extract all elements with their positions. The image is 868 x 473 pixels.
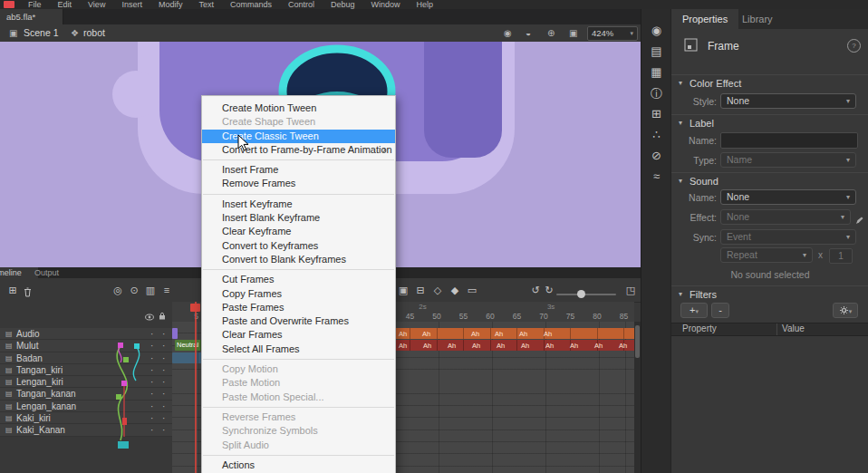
menu-item-clear-keyframe[interactable]: Clear Keyframe — [202, 225, 395, 238]
frame-anchor-label: Ah — [422, 329, 430, 339]
timeline-zoom-thumb[interactable] — [577, 290, 585, 298]
section-filters[interactable]: ▾ Filters — [671, 285, 868, 303]
menu-item-insert-frame[interactable]: Insert Frame — [202, 163, 395, 177]
swatches-icon[interactable]: ▦ — [641, 65, 671, 79]
eye-icon[interactable] — [145, 308, 154, 324]
fill-color-icon[interactable]: ◒ — [526, 24, 531, 42]
tab-properties[interactable]: Properties — [671, 9, 738, 29]
menu-window[interactable]: Window — [363, 0, 409, 9]
menu-item-select-all-frames[interactable]: Select All Frames — [202, 343, 395, 356]
menu-item-copy-frames[interactable]: Copy Frames — [202, 287, 395, 301]
help-icon[interactable]: ? — [847, 39, 861, 53]
loop-back-icon[interactable]: ↺ — [528, 283, 543, 297]
tab-library[interactable]: Library — [731, 9, 784, 29]
insert-frame-icon[interactable]: ▣ — [396, 283, 410, 297]
scene-icon[interactable]: ▣ — [9, 24, 17, 42]
remove-filter-button[interactable]: - — [711, 303, 729, 318]
insert-keyframe-icon[interactable]: ◇ — [430, 283, 445, 297]
menu-item-reverse-frames: Reverse Frames — [202, 410, 395, 424]
brush-library-icon[interactable]: ∴ — [641, 128, 671, 141]
align-icon[interactable]: ▤ — [641, 44, 671, 58]
layer-name: Kaki_kiri — [16, 413, 51, 423]
menu-item-cut-frames[interactable]: Cut Frames — [202, 273, 395, 286]
chevron-down-icon: ▾ — [846, 153, 850, 167]
lock-icon[interactable] — [159, 307, 166, 323]
trash-icon[interactable] — [24, 285, 32, 301]
timeline-scrollbar-thumb[interactable] — [635, 325, 640, 358]
menu-item-split-audio: Split Audio — [202, 439, 395, 452]
section-sound[interactable]: ▾ Sound — [671, 172, 868, 189]
style-select[interactable]: None▾ — [720, 93, 856, 109]
insert-blank-keyframe-icon[interactable]: ◆ — [448, 283, 462, 297]
menu-help[interactable]: Help — [409, 0, 442, 9]
new-layer-icon[interactable]: ⊞ — [5, 283, 20, 297]
menu-debug[interactable]: Debug — [323, 0, 363, 9]
effect-label: Effect: — [675, 212, 717, 223]
menu-item-paste-frames[interactable]: Paste Frames — [202, 301, 395, 314]
menu-text[interactable]: Text — [190, 0, 222, 9]
layer-icon: ▤ — [5, 330, 13, 338]
style-label: Style: — [675, 96, 717, 107]
menu-item-create-classic-tween[interactable]: Create Classic Tween — [202, 130, 395, 143]
menu-control[interactable]: Control — [280, 0, 323, 9]
motion-editor-icon[interactable]: ≈ — [641, 169, 671, 183]
menu-item-convert-to-keyframes[interactable]: Convert to Keyframes — [202, 239, 395, 253]
onion-outline-icon[interactable]: ⊙ — [127, 283, 141, 297]
sound-name-select[interactable]: None▾ — [720, 189, 856, 205]
section-color-effect[interactable]: ▾ Color Effect — [671, 74, 868, 92]
onion-skin-icon[interactable]: ◎ — [111, 283, 125, 297]
camera-icon[interactable]: ◉ — [641, 24, 671, 37]
menu-insert[interactable]: Insert — [113, 0, 150, 9]
menu-view[interactable]: View — [80, 0, 113, 9]
symbol-breadcrumb[interactable]: robot — [83, 24, 105, 42]
menu-modify[interactable]: Modify — [150, 0, 191, 9]
menu-item-remove-frames[interactable]: Remove Frames — [202, 177, 395, 190]
frame-view-icon[interactable]: ≡ — [159, 283, 174, 297]
repeat-x-label: x — [818, 250, 823, 260]
menu-item-clear-frames[interactable]: Clear Frames — [202, 328, 395, 342]
edit-effect-pencil-icon[interactable] — [855, 212, 863, 228]
menu-item-copy-motion: Copy Motion — [202, 362, 395, 376]
section-label[interactable]: ▾ Label — [671, 114, 868, 131]
timeline-zoom-slider[interactable] — [556, 294, 616, 295]
tab-output[interactable]: Output — [29, 267, 64, 278]
loop-forward-icon[interactable]: ↻ — [542, 283, 556, 297]
no-tool-icon[interactable]: ⊘ — [641, 149, 671, 162]
zoom-dropdown[interactable]: 424% ▾ — [587, 26, 638, 41]
info-icon[interactable]: ⓘ — [641, 86, 671, 102]
center-frame-icon[interactable]: ⊕ — [547, 24, 555, 42]
label-name-input[interactable] — [720, 132, 858, 149]
properties-panel: Properties Library Frame ? ▾ Color Effec… — [670, 9, 868, 473]
menu-edit[interactable]: Edit — [50, 0, 81, 9]
menu-item-insert-blank-keyframe[interactable]: Insert Blank Keyframe — [202, 211, 395, 225]
frame-anchor-label: Ah — [399, 329, 407, 339]
menu-bar: FileEditViewInsertModifyTextCommandsCont… — [0, 0, 868, 9]
scene-breadcrumb[interactable]: Scene 1 — [24, 24, 59, 42]
playhead-line[interactable] — [195, 302, 197, 473]
layer-icon: ▤ — [5, 426, 13, 434]
camera-icon[interactable]: ◉ — [504, 24, 512, 42]
resize-timeline-icon[interactable]: ◳ — [623, 283, 638, 297]
add-filter-button[interactable]: +▾ — [680, 303, 708, 318]
frame-span[interactable] — [172, 328, 178, 339]
menu-item-paste-and-overwrite-frames[interactable]: Paste and Overwrite Frames — [202, 314, 395, 328]
document-tab[interactable]: ab5.fla* — [0, 9, 63, 24]
menu-commands[interactable]: Commands — [222, 0, 280, 9]
transform-icon[interactable]: ⊞ — [641, 107, 671, 121]
frame-span[interactable] — [172, 352, 203, 363]
frame-anchor-label: Ah — [519, 329, 527, 339]
menu-item-create-motion-tween[interactable]: Create Motion Tween — [202, 101, 395, 115]
frame-anchor-label: Ah — [448, 341, 456, 351]
remove-frame-icon[interactable]: ⊟ — [413, 283, 428, 297]
filter-options-button[interactable]: ▾ — [833, 303, 858, 318]
menu-file[interactable]: File — [20, 0, 50, 9]
menu-item-actions[interactable]: Actions — [202, 459, 395, 472]
edit-multiple-frames-icon[interactable]: ▥ — [143, 283, 158, 297]
playhead[interactable] — [190, 304, 200, 312]
menu-item-insert-keyframe[interactable]: Insert Keyframe — [202, 198, 395, 211]
clip-content-icon[interactable]: ▣ — [569, 24, 577, 42]
frame-span-icon[interactable]: ▭ — [465, 283, 479, 297]
menu-item-convert-to-frame-by-frame-animation[interactable]: Convert to Frame-by-Frame Animation — [202, 143, 395, 157]
menu-item-convert-to-blank-keyframes[interactable]: Convert to Blank Keyframes — [202, 253, 395, 266]
layer-name: Badan — [16, 353, 43, 363]
